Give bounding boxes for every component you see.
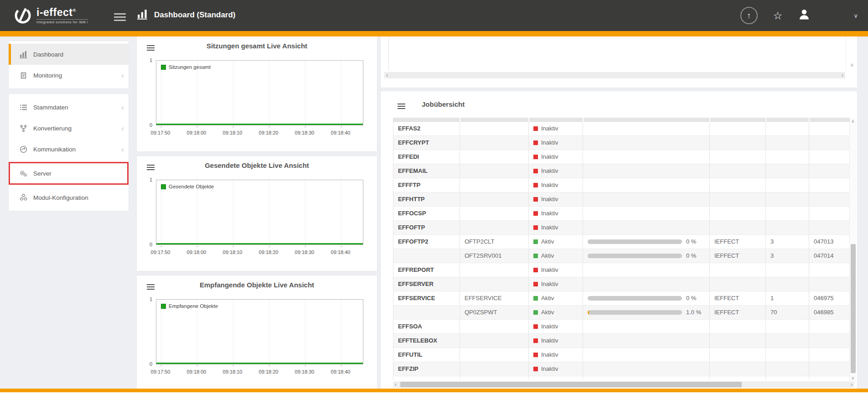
- sidebar-item-kommunikation[interactable]: Kommunikation‹: [9, 139, 129, 160]
- sidebar-card-primary: DashboardMonitoring‹: [9, 41, 129, 88]
- sidebar-item-server[interactable]: Server: [9, 162, 129, 185]
- job-status-cell: Inaktiv: [529, 348, 583, 362]
- horizontal-scrollbar[interactable]: ‹ ›: [393, 381, 854, 388]
- scroll-up-arrow-icon[interactable]: ∧: [850, 119, 856, 124]
- user-menu-button[interactable]: [798, 8, 811, 23]
- scroll-right-arrow-icon[interactable]: ›: [842, 72, 843, 78]
- table-row[interactable]: EFFSERVICEEFFSERVICEAktiv0 %IEFFECT10469…: [393, 291, 850, 305]
- axis-tick-mark: [269, 126, 269, 128]
- vertical-scrollbar-thumb[interactable]: [851, 244, 856, 373]
- job-name-cell: EFFEDI: [393, 150, 460, 164]
- accent-strip-top: [0, 31, 868, 36]
- legend-label: Gesendete Objekte: [169, 184, 214, 189]
- status-square-icon: [533, 239, 538, 244]
- scroll-down-arrow-icon[interactable]: ∨: [850, 375, 856, 380]
- table-row[interactable]: EFFEDIInaktiv: [393, 150, 850, 164]
- progress-label: 0 %: [686, 238, 696, 245]
- job-subname-cell: [460, 206, 529, 220]
- table-header-cell: [766, 118, 809, 121]
- list-icon: [18, 104, 28, 111]
- menu-toggle-icon[interactable]: [114, 11, 126, 23]
- scroll-left-arrow-icon[interactable]: ‹: [395, 381, 397, 388]
- sidebar-item-dashboard[interactable]: Dashboard: [9, 44, 129, 65]
- table-row[interactable]: EFFCRYPTInaktiv: [393, 135, 850, 150]
- axis-tick-mark: [341, 365, 341, 367]
- sidebar-item-label: Dashboard: [33, 51, 63, 58]
- table-row[interactable]: EFFTELEBOXInaktiv: [393, 333, 850, 348]
- sidebar-item-monitoring[interactable]: Monitoring‹: [9, 65, 129, 86]
- job-name-cell: EFFHTTP: [393, 192, 460, 206]
- progress-label: 0 %: [686, 295, 696, 301]
- job-status-cell: Aktiv: [529, 291, 583, 305]
- job-subname-cell: [460, 348, 529, 362]
- table-row[interactable]: OFT2SRV001Aktiv0 %IEFFECT3047014: [393, 249, 850, 263]
- job-status-cell: Inaktiv: [529, 333, 583, 348]
- sidebar-item-stammdaten[interactable]: Stammdaten‹: [9, 97, 129, 118]
- job-name-cell: EFFSOA: [393, 319, 460, 333]
- sidebar-item-modul-konfiguration[interactable]: Modul-Konfiguration: [9, 187, 129, 208]
- job-name-cell: EFFOFTP2: [393, 234, 460, 249]
- job-subname-cell: [460, 164, 529, 178]
- table-filler-cell: [460, 376, 529, 379]
- job-status-cell: Inaktiv: [529, 220, 583, 234]
- axis-tick-mark: [269, 365, 269, 367]
- scroll-right-arrow-icon[interactable]: ›: [851, 381, 852, 388]
- table-row[interactable]: EFFSERVERInaktiv: [393, 277, 850, 291]
- axis-tick-mark: [269, 245, 269, 247]
- job-status-cell: Aktiv: [529, 249, 583, 263]
- user-icon: [798, 8, 811, 21]
- table-row[interactable]: EFFOFTPInaktiv: [393, 220, 850, 234]
- job-progress-cell: [583, 220, 710, 234]
- favorite-button[interactable]: ☆: [773, 10, 783, 22]
- app-logo[interactable]: i-effect® integrated solutions for IBM i: [13, 5, 88, 26]
- horizontal-scrollbar-thumb[interactable]: [400, 382, 742, 387]
- table-row[interactable]: EFFHTTPInaktiv: [393, 192, 850, 206]
- scroll-down-arrow-icon[interactable]: ∨: [850, 62, 854, 68]
- job-name-cell: EFFREPORT: [393, 263, 460, 277]
- table-row[interactable]: EFFUTILInaktiv: [393, 348, 850, 362]
- table-row[interactable]: EFFOFTP2OFTP2CLTAktiv0 %IEFFECT3047013: [393, 234, 850, 249]
- table-row[interactable]: EFFAS2Inaktiv: [393, 121, 850, 135]
- job-name-cell: EFFTELEBOX: [393, 333, 460, 348]
- table-row[interactable]: EFFEMAILInaktiv: [393, 164, 850, 178]
- status-label: Inaktiv: [541, 365, 558, 372]
- horizontal-scrollbar[interactable]: ‹ ›: [384, 72, 845, 78]
- job-number-cell: 047013: [809, 234, 850, 249]
- table-row[interactable]: EFFOCSPInaktiv: [393, 206, 850, 220]
- table-row[interactable]: EFFFTPInaktiv: [393, 178, 850, 192]
- job-number-cell: [809, 333, 850, 348]
- job-number-cell: [809, 178, 850, 192]
- table-filler-row: [393, 376, 850, 379]
- job-progress-cell: 1.0 %: [583, 305, 710, 319]
- table-row[interactable]: EFFREPORTInaktiv: [393, 263, 850, 277]
- status-label: Inaktiv: [541, 281, 558, 287]
- table-row[interactable]: QP0ZSPWTAktiv1.0 %IEFFECT70046985: [393, 305, 850, 319]
- sidebar-item-label: Kommunikation: [33, 146, 76, 153]
- upload-button[interactable]: ↑: [740, 7, 758, 24]
- status-square-icon: [533, 338, 538, 343]
- job-number-cell: [809, 135, 850, 150]
- scroll-left-arrow-icon[interactable]: ‹: [386, 72, 388, 78]
- status-label: Inaktiv: [541, 266, 558, 273]
- job-status-cell: Inaktiv: [529, 206, 583, 220]
- table-row[interactable]: EFFZIPInaktiv: [393, 362, 850, 376]
- status-badge: Inaktiv: [533, 196, 578, 203]
- chevron-collapse-icon: ‹: [121, 146, 124, 153]
- progress-indicator: 0 %: [588, 252, 705, 259]
- job-subname-cell: [460, 121, 529, 135]
- axis-tick-mark: [161, 126, 161, 128]
- table-row[interactable]: EFFSOAInaktiv: [393, 319, 850, 333]
- logo-swoosh-icon: [13, 5, 33, 26]
- job-user-cell: [710, 206, 766, 220]
- sidebar-item-konvertierung[interactable]: Konvertierung‹: [9, 118, 129, 139]
- vertical-scrollbar[interactable]: ∧ ∨: [849, 118, 856, 381]
- status-label: Inaktiv: [541, 125, 558, 132]
- chart-legend: Empfangene Objekte: [161, 303, 218, 309]
- job-subname-cell: [460, 135, 529, 150]
- account-dropdown-button[interactable]: ∨: [826, 12, 858, 19]
- job-status-cell: Inaktiv: [529, 164, 583, 178]
- branch-icon: [18, 125, 28, 132]
- chart-series-line: [156, 243, 363, 244]
- axis-tick-mark: [197, 126, 197, 128]
- panel-menu-icon[interactable]: [398, 102, 405, 110]
